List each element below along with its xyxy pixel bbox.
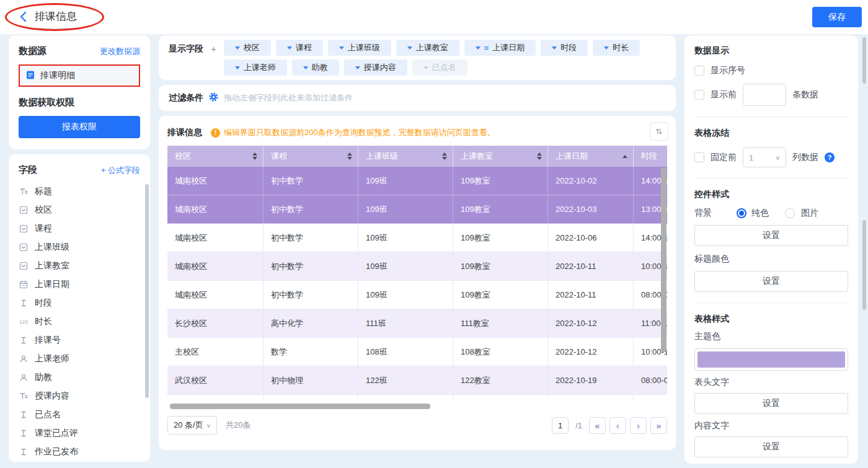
caret-down-icon <box>552 46 557 50</box>
table-preview-card: 排课信息 ! 编辑界面只取数据源前200条作为查询数据预览，完整数据请访问页面查… <box>159 116 676 450</box>
datasource-item[interactable]: 排课明细 <box>19 64 140 87</box>
panel-scrollbar[interactable] <box>862 220 866 310</box>
field-item[interactable]: 课堂已点评 <box>19 424 145 443</box>
data-display-title: 数据显示 <box>694 45 848 56</box>
display-field-tag[interactable]: 已点名 <box>412 60 467 76</box>
table-row[interactable]: 城南校区初中数学109班109教室2022-10-0214:00-1 <box>167 167 667 195</box>
help-icon[interactable]: ? <box>825 152 835 162</box>
filter-dropzone-placeholder[interactable]: 拖动左侧字段到此处来添加过滤条件 <box>224 92 353 104</box>
table-body: 城南校区初中数学109班109教室2022-10-0214:00-1城南校区初中… <box>167 167 667 395</box>
show-first-count-input[interactable] <box>743 84 786 106</box>
table-header-cell[interactable]: 校区 <box>167 146 264 167</box>
caret-down-icon <box>423 66 428 69</box>
header-text-set-button[interactable]: 设置 <box>694 393 848 414</box>
add-display-field-button[interactable]: + <box>210 40 218 54</box>
display-field-tag[interactable]: 上课教室 <box>396 40 459 56</box>
title-color-set-button[interactable]: 设置 <box>694 271 848 292</box>
field-item[interactable]: 作业已发布 <box>19 443 145 461</box>
freeze-column-count-value: 1 <box>749 153 753 162</box>
display-field-tag[interactable]: 时段 <box>541 40 588 56</box>
fields-scrollbar[interactable] <box>145 184 149 398</box>
table-header-cell[interactable]: 课程 <box>264 146 358 167</box>
table-row[interactable]: 主校区数学108班108教室2022-10-1210:00-1 <box>167 338 667 366</box>
theme-color-swatch[interactable] <box>694 348 848 371</box>
table-cell: 109教室 <box>453 195 548 224</box>
report-permission-button[interactable]: 报表权限 <box>19 116 140 138</box>
field-item[interactable]: 已点名 <box>19 405 145 424</box>
person-icon <box>19 373 29 382</box>
sort-order-icon[interactable] <box>650 122 668 141</box>
field-item[interactable]: 排课号 <box>19 331 145 350</box>
display-field-tag-label: 课程 <box>296 42 312 53</box>
window-scrollbar[interactable] <box>862 37 866 84</box>
table-partial-row <box>167 395 667 400</box>
last-page-button[interactable]: » <box>650 417 667 434</box>
preview-title: 排课信息 <box>167 127 202 138</box>
field-item[interactable]: 助教 <box>19 368 145 387</box>
table-header-cell[interactable]: 时段 <box>634 146 667 167</box>
content-text-set-button[interactable]: 设置 <box>694 436 848 457</box>
field-item[interactable]: 上课班级 <box>19 238 145 257</box>
display-field-tag[interactable]: 上课班级 <box>328 40 391 56</box>
display-field-tag[interactable]: 授课内容 <box>344 60 407 76</box>
table-header-cell[interactable]: 上课教室 <box>453 146 548 167</box>
table-horizontal-scrollbar[interactable] <box>170 404 430 409</box>
display-field-tag[interactable]: 上课老师 <box>224 60 287 76</box>
add-formula-field-link[interactable]: + 公式字段 <box>101 165 140 176</box>
field-item[interactable]: 上课老师 <box>19 350 145 368</box>
solid-color-radio[interactable] <box>737 208 746 218</box>
show-first-checkbox[interactable] <box>694 90 704 100</box>
datasource-card: 数据源 更改数据源 排课明细 数据获取权限 报表权限 <box>9 35 150 149</box>
table-vertical-scrollbar[interactable] <box>661 167 666 352</box>
table-row[interactable]: 城南校区初中数学109班109教室2022-10-0313:00-1 <box>167 195 667 224</box>
field-item-label: 课堂已点评 <box>35 428 78 439</box>
display-field-tag[interactable]: 时长 <box>593 40 640 56</box>
freeze-column-count-select[interactable]: 1 ∨ <box>743 148 786 167</box>
display-field-tag[interactable]: 助教 <box>292 60 339 76</box>
table-row[interactable]: 城南校区初中数学109班109教室2022-10-0614:00-1 <box>167 224 667 252</box>
column-label: 校区 <box>175 151 191 162</box>
freeze-columns-checkbox[interactable] <box>694 152 704 162</box>
save-button[interactable]: 保存 <box>812 7 862 27</box>
field-item[interactable]: 校区 <box>19 201 145 219</box>
sort-lines-icon: ≡ <box>484 44 489 52</box>
fields-title: 字段 <box>19 164 37 176</box>
display-field-tag[interactable]: ≡上课日期 <box>464 40 536 56</box>
field-item[interactable]: 时段 <box>19 294 145 312</box>
table-row[interactable]: 城南校区初中数学109班109教室2022-10-1110:00-1 <box>167 252 667 281</box>
field-item[interactable]: 上课日期 <box>19 275 145 294</box>
current-page-input[interactable]: 1 <box>552 417 569 434</box>
field-item[interactable]: 课程 <box>19 219 145 238</box>
show-index-checkbox[interactable] <box>694 66 704 76</box>
field-item[interactable]: 上课教室 <box>19 257 145 275</box>
image-radio[interactable] <box>785 208 795 218</box>
page-size-select[interactable]: 20 条/页 ∨ <box>167 416 217 435</box>
display-field-tag[interactable]: 课程 <box>276 40 323 56</box>
caret-down-icon <box>339 46 344 50</box>
warning-icon: ! <box>211 128 220 138</box>
prev-page-button[interactable]: ‹ <box>609 417 626 434</box>
table-header-cell[interactable]: 上课班级 <box>358 146 453 167</box>
field-item[interactable]: 123时长 <box>19 312 145 331</box>
table-cell: 109班 <box>358 167 453 195</box>
table-row[interactable]: 城南校区初中数学109班109教室2022-10-1108:00-0 <box>167 281 667 309</box>
table-header-cell[interactable]: 上课日期 <box>548 146 634 167</box>
field-item[interactable]: 标题 <box>19 182 145 201</box>
display-field-tag-label: 助教 <box>312 62 328 73</box>
datasource-title: 数据源 <box>19 45 46 57</box>
title-underline <box>35 28 74 29</box>
display-field-tag-label: 时段 <box>560 42 577 53</box>
select-icon <box>19 243 29 252</box>
field-item[interactable]: 授课内容 <box>19 387 145 405</box>
column-label: 上课教室 <box>461 151 493 162</box>
background-set-button[interactable]: 设置 <box>694 225 848 246</box>
display-field-tag[interactable]: 校区 <box>224 40 271 56</box>
table-row[interactable]: 武汉校区初中物理122班122教室2022-10-1908:00-0 <box>167 366 667 395</box>
change-datasource-link[interactable]: 更改数据源 <box>100 46 140 57</box>
back-icon[interactable] <box>17 11 30 23</box>
gear-icon[interactable] <box>209 92 218 104</box>
next-page-button[interactable]: › <box>630 417 647 434</box>
first-page-button[interactable]: « <box>589 417 606 434</box>
table-cell: 初中数学 <box>264 252 358 281</box>
table-row[interactable]: 长沙校区高中化学111班111教室2022-10-1211:00-1 <box>167 309 667 338</box>
